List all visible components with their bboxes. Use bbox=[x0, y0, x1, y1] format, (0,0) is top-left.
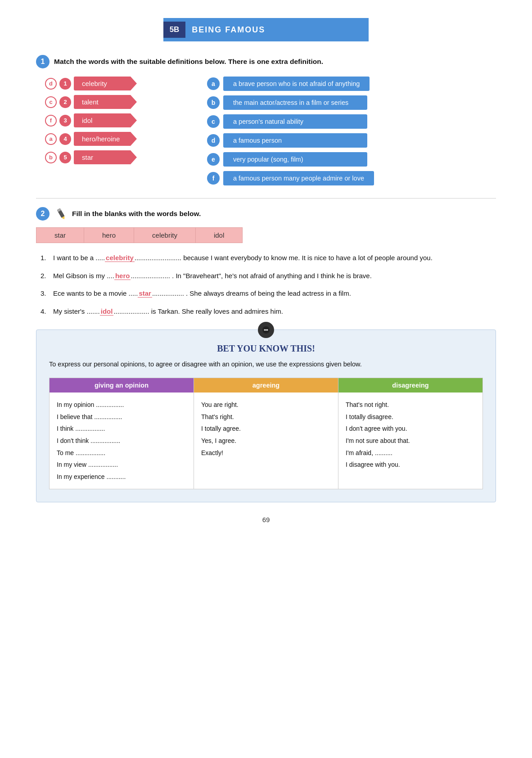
num-4: 4 bbox=[59, 133, 71, 145]
def-letter-c: c bbox=[207, 115, 220, 128]
col-giving-body: In my opinion ................ I believe… bbox=[50, 393, 194, 489]
giving-item-4: I don't think ................. bbox=[57, 435, 186, 447]
col-giving-header: giving an opinion bbox=[50, 378, 194, 393]
section1-number: 1 bbox=[36, 55, 50, 68]
disagreeing-item-3: I don't agree with you. bbox=[346, 423, 475, 435]
col-disagreeing: disagreeing That's not right. I totally … bbox=[338, 378, 482, 489]
sentence-2-text: Mel Gibson is my ....hero...............… bbox=[53, 270, 496, 282]
sentence-3: 3. Ece wants to be a movie .....star....… bbox=[41, 288, 496, 299]
col-disagreeing-body: That's not right. I totally disagree. I … bbox=[338, 393, 482, 477]
word-talent: talent bbox=[74, 95, 137, 109]
section2-header: 2 Fill in the blanks with the words belo… bbox=[36, 207, 496, 221]
num-1: 1 bbox=[59, 78, 71, 90]
speech-bubble-icon bbox=[258, 322, 274, 338]
section2-number: 2 bbox=[36, 207, 50, 221]
answer-idol: idol bbox=[100, 307, 114, 316]
def-letter-a: a bbox=[207, 77, 220, 90]
section1-header: 1 Match the words with the suitable defi… bbox=[36, 55, 496, 68]
def-item-b: b the main actor/actress in a film or se… bbox=[207, 95, 496, 110]
answer-d: d bbox=[45, 78, 57, 90]
answer-star: star bbox=[138, 289, 152, 298]
section2-instruction: Fill in the blanks with the words below. bbox=[72, 210, 201, 218]
disagreeing-item-6: I disagree with you. bbox=[346, 459, 475, 471]
sentence-1-text: I want to be a .....celebrity...........… bbox=[53, 252, 496, 264]
disagreeing-item-2: I totally disagree. bbox=[346, 411, 475, 423]
col-agreeing: agreeing You are right. That's right. I … bbox=[194, 378, 338, 489]
page-number: 69 bbox=[36, 516, 496, 523]
word-hero: hero/heroine bbox=[74, 132, 137, 146]
def-text-a: a brave person who is not afraid of anyt… bbox=[223, 77, 370, 91]
match-right: a a brave person who is not afraid of an… bbox=[207, 77, 496, 185]
giving-item-1: In my opinion ................ bbox=[57, 399, 186, 411]
sentence-1: 1. I want to be a .....celebrity........… bbox=[41, 252, 496, 264]
word-item-1: d 1 celebrity bbox=[45, 77, 189, 90]
answer-hero: hero bbox=[114, 272, 131, 280]
section2: 2 Fill in the blanks with the words belo… bbox=[36, 207, 496, 317]
answer-b: b bbox=[45, 152, 57, 163]
sentence-3-num: 3. bbox=[41, 288, 53, 299]
wb-hero: hero bbox=[84, 228, 134, 243]
section1-instruction: Match the words with the suitable defini… bbox=[54, 58, 323, 66]
page: 5B BEING FAMOUS 1 Match the words with t… bbox=[0, 0, 532, 758]
pencil-icon bbox=[54, 207, 68, 221]
sentence-1-num: 1. bbox=[41, 252, 53, 264]
def-text-c: a person's natural ability bbox=[223, 114, 367, 129]
svg-point-6 bbox=[267, 329, 268, 331]
wb-celebrity: celebrity bbox=[134, 228, 196, 243]
agreeing-item-4: Yes, I agree. bbox=[201, 435, 331, 447]
def-letter-d: d bbox=[207, 134, 220, 147]
bet-table: giving an opinion In my opinion ........… bbox=[49, 378, 483, 489]
bet-description: To express our personal opinions, to agr… bbox=[49, 359, 483, 370]
agreeing-item-3: I totally agree. bbox=[201, 423, 331, 435]
def-text-b: the main actor/actress in a film or seri… bbox=[223, 95, 367, 110]
def-letter-f: f bbox=[207, 172, 220, 185]
bubble-svg bbox=[261, 325, 271, 334]
giving-item-2: I believe that ................ bbox=[57, 411, 186, 423]
match-container: d 1 celebrity c 2 talent f 3 idol a 4 bbox=[45, 77, 496, 185]
num-2: 2 bbox=[59, 96, 71, 108]
word-idol: idol bbox=[74, 113, 137, 127]
answer-f: f bbox=[45, 115, 57, 126]
header-title: BEING FAMOUS bbox=[192, 25, 355, 35]
agreeing-item-1: You are right. bbox=[201, 399, 331, 411]
word-celebrity: celebrity bbox=[74, 77, 137, 90]
bet-box: BET YOU KNOW THIS! To express our person… bbox=[36, 329, 496, 502]
wb-star: star bbox=[36, 228, 84, 243]
sentence-4: 4. My sister's .......idol..............… bbox=[41, 306, 496, 317]
def-item-e: e very popular (song, film) bbox=[207, 152, 496, 167]
fill-sentences: 1. I want to be a .....celebrity........… bbox=[41, 252, 496, 317]
col-disagreeing-header: disagreeing bbox=[338, 378, 482, 393]
giving-item-7: In my experience ........... bbox=[57, 471, 186, 483]
col-agreeing-body: You are right. That's right. I totally a… bbox=[194, 393, 338, 465]
word-bank: star hero celebrity idol bbox=[36, 227, 243, 243]
disagreeing-item-5: I'm afraid, .......... bbox=[346, 447, 475, 459]
def-letter-e: e bbox=[207, 153, 220, 166]
bet-title: BET YOU KNOW THIS! bbox=[49, 343, 483, 354]
svg-point-4 bbox=[264, 329, 266, 331]
svg-point-5 bbox=[266, 329, 267, 331]
col-agreeing-header: agreeing bbox=[194, 378, 338, 393]
header: 5B BEING FAMOUS bbox=[36, 18, 496, 41]
disagreeing-item-1: That's not right. bbox=[346, 399, 475, 411]
def-text-e: very popular (song, film) bbox=[223, 152, 367, 167]
num-3: 3 bbox=[59, 115, 71, 126]
giving-item-5: To me ................. bbox=[57, 447, 186, 459]
col-giving: giving an opinion In my opinion ........… bbox=[50, 378, 194, 489]
sentence-4-num: 4. bbox=[41, 306, 53, 317]
def-item-a: a a brave person who is not afraid of an… bbox=[207, 77, 496, 91]
sentence-2: 2. Mel Gibson is my ....hero............… bbox=[41, 270, 496, 282]
word-item-3: f 3 idol bbox=[45, 113, 189, 127]
agreeing-item-2: That's right. bbox=[201, 411, 331, 423]
match-left: d 1 celebrity c 2 talent f 3 idol a 4 bbox=[45, 77, 189, 185]
def-letter-b: b bbox=[207, 96, 220, 109]
answer-c: c bbox=[45, 96, 57, 108]
def-item-c: c a person's natural ability bbox=[207, 114, 496, 129]
sentence-2-num: 2. bbox=[41, 270, 53, 282]
divider bbox=[36, 198, 496, 199]
wb-idol: idol bbox=[196, 228, 242, 243]
answer-a: a bbox=[45, 133, 57, 145]
def-item-f: f a famous person many people admire or … bbox=[207, 171, 496, 185]
giving-item-6: In my view ................. bbox=[57, 459, 186, 471]
unit-badge: 5B bbox=[163, 22, 186, 38]
word-item-4: a 4 hero/heroine bbox=[45, 132, 189, 146]
